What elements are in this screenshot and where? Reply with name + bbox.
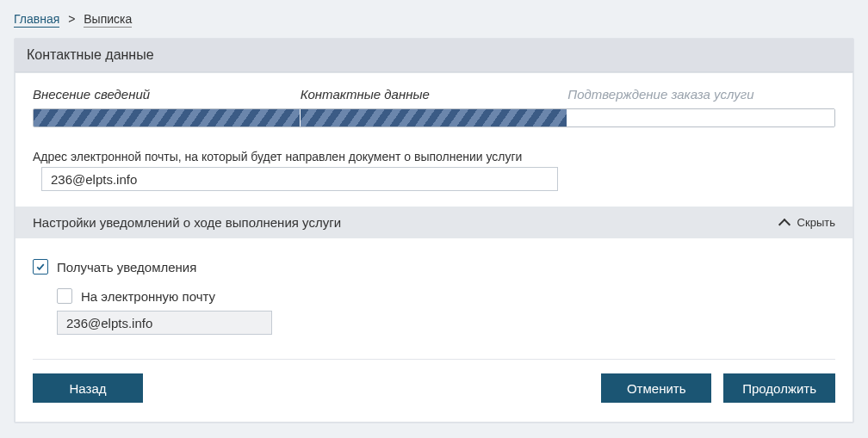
progress-wrap — [16, 108, 852, 143]
progress-seg-1 — [34, 109, 301, 126]
wizard-steps: Внесение сведений Контактные данные Подт… — [16, 73, 852, 108]
progress-seg-3 — [567, 109, 834, 126]
collapse-toggle[interactable]: Скрыть — [780, 216, 835, 229]
by-email-block: На электронную почту — [57, 288, 835, 335]
breadcrumb: Главная > Выписка — [14, 12, 854, 26]
receive-notifications-row: Получать уведомления — [33, 259, 835, 275]
cancel-button[interactable]: Отменить — [601, 373, 711, 403]
button-row: Назад Отменить Продолжить — [16, 373, 852, 422]
form-card: Контактные данные Внесение сведений Конт… — [14, 38, 854, 423]
step-2-label: Контактные данные — [301, 83, 568, 105]
divider — [33, 359, 835, 360]
breadcrumb-current: Выписка — [84, 12, 132, 28]
step-3-label: Подтверждение заказа услуги — [567, 83, 835, 105]
email-input[interactable] — [41, 167, 558, 191]
email-label: Адрес электронной почты, на который буде… — [33, 150, 835, 163]
notification-email-input[interactable] — [57, 311, 272, 335]
collapse-toggle-label: Скрыть — [797, 216, 835, 229]
notifications-section-header: Настройки уведомлений о ходе выполнения … — [16, 207, 852, 238]
by-email-checkbox[interactable] — [57, 288, 72, 304]
button-spacer — [155, 373, 589, 403]
notifications-section-title: Настройки уведомлений о ходе выполнения … — [33, 215, 341, 230]
progress-bar — [33, 108, 835, 127]
step-1-label: Внесение сведений — [33, 83, 301, 105]
breadcrumb-separator: > — [68, 12, 75, 26]
email-field-block: Адрес электронной почты, на который буде… — [16, 143, 852, 207]
card-title: Контактные данные — [15, 39, 853, 72]
receive-notifications-label: Получать уведомления — [57, 260, 196, 275]
next-button[interactable]: Продолжить — [723, 373, 835, 403]
receive-notifications-checkbox[interactable] — [33, 259, 48, 275]
by-email-label: На электронную почту — [81, 289, 215, 304]
checkmark-icon — [36, 262, 45, 271]
chevron-up-icon — [780, 218, 790, 228]
back-button[interactable]: Назад — [33, 373, 143, 403]
notifications-body: Получать уведомления На электронную почт… — [16, 238, 852, 359]
progress-seg-2 — [301, 109, 567, 126]
breadcrumb-home-link[interactable]: Главная — [14, 12, 59, 28]
card-body: Внесение сведений Контактные данные Подт… — [15, 72, 853, 423]
